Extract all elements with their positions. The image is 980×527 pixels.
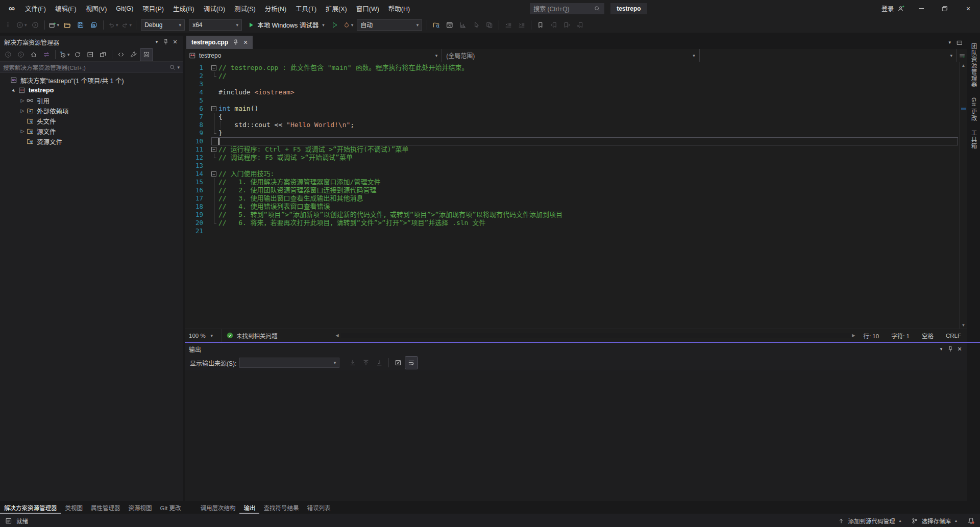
menu-d[interactable]: 调试(D) — [199, 0, 230, 17]
autohide-tab-team-explorer[interactable]: 团队资源管理器 — [970, 39, 978, 93]
line-number[interactable]: 13 — [185, 162, 210, 170]
save-file-button[interactable] — [75, 19, 87, 31]
code-line-13[interactable]: 13 — [185, 162, 959, 170]
autohide-tab-git-changes[interactable]: Git 更改 — [970, 93, 978, 126]
menu-n[interactable]: 分析(N) — [260, 0, 291, 17]
window-layout-button[interactable] — [444, 19, 456, 31]
line-number[interactable]: 16 — [185, 186, 210, 194]
menu-b[interactable]: 生成(B) — [168, 0, 199, 17]
sign-in-button[interactable]: 登录 — [876, 4, 910, 13]
line-number[interactable]: 6 — [185, 105, 210, 113]
toggle-word-wrap-button[interactable] — [405, 357, 418, 369]
background-tasks-icon[interactable] — [5, 517, 12, 524]
code-line-11[interactable]: 11−// 运行程序: Ctrl + F5 或调试 >“开始执行(不调试)”菜单 — [185, 145, 959, 154]
horizontal-scrollbar[interactable]: ◀ ▶ — [334, 329, 857, 342]
code-line-7[interactable]: 7{ — [185, 113, 959, 121]
clear-all-output-button[interactable] — [392, 357, 404, 369]
menu-t[interactable]: 工具(T) — [291, 0, 321, 17]
next-message-button[interactable] — [373, 357, 385, 369]
fold-collapse-icon[interactable]: − — [210, 170, 218, 178]
redo-button[interactable]: ▾ — [120, 19, 133, 31]
next-bookmark-button[interactable] — [561, 19, 573, 31]
toggle-bookmark-button[interactable] — [534, 19, 547, 31]
menu-e[interactable]: 编辑(E) — [51, 0, 81, 17]
code-line-1[interactable]: 1−// testrepo.cpp : 此文件包含 "main" 函数。程序执行… — [185, 64, 959, 72]
code-line-21[interactable]: 21 — [185, 227, 959, 235]
spaces-indicator[interactable]: 空格 — [916, 332, 940, 340]
find-in-files-button[interactable] — [430, 19, 443, 31]
line-number[interactable]: 9 — [185, 129, 210, 137]
tab-testrepo-cpp[interactable]: testrepo.cpp × — [186, 36, 253, 49]
locate-message-button[interactable] — [347, 357, 359, 369]
zoom-select[interactable]: 100 % ▾ — [185, 329, 222, 342]
close-icon[interactable]: × — [243, 39, 248, 46]
expand-arrow-icon[interactable]: ▷ — [18, 129, 27, 134]
start-without-debugging-button[interactable] — [329, 19, 341, 31]
show-all-files-button[interactable] — [140, 48, 153, 61]
project-dropdown[interactable]: ++ testrepo ▾ — [185, 49, 442, 62]
menu-h[interactable]: 帮助(H) — [384, 0, 414, 17]
menu-v[interactable]: 视图(V) — [81, 0, 112, 17]
view-code-button[interactable] — [115, 48, 127, 61]
menu-s[interactable]: 测试(S) — [230, 0, 260, 17]
home-scope-button[interactable] — [28, 48, 40, 61]
scroll-left-icon[interactable]: ◀ — [334, 333, 341, 338]
line-number[interactable]: 5 — [185, 96, 210, 105]
tree-item-header-files[interactable]: 头文件 — [0, 116, 183, 126]
navigate-forward-button[interactable] — [29, 19, 41, 31]
line-number[interactable]: 3 — [185, 80, 210, 88]
hot-reload-on-save-select[interactable]: 自动▾ — [357, 19, 422, 31]
inspect-element-button[interactable] — [470, 19, 482, 31]
member-dropdown[interactable]: ▾ — [700, 49, 957, 62]
panel-close-button[interactable]: × — [170, 37, 180, 46]
document-health-indicator[interactable]: 未找到相关问题 — [222, 332, 283, 340]
close-button[interactable]: × — [957, 0, 980, 17]
line-number[interactable]: 8 — [185, 121, 210, 129]
dock-tab-output[interactable]: 输出 — [239, 501, 259, 514]
menu-f[interactable]: 文件(F) — [20, 0, 51, 17]
menu-p[interactable]: 项目(P) — [138, 0, 168, 17]
tree-item-references[interactable]: ▷引用 — [0, 95, 183, 106]
solution-explorer-search-input[interactable]: 搜索解决方案资源管理器(Ctrl+;) ▾ — [0, 62, 183, 73]
explorer-forward-button[interactable] — [15, 48, 27, 61]
navigate-backward-button[interactable]: ▾ — [15, 19, 28, 31]
open-file-button[interactable] — [61, 19, 74, 31]
add-to-source-control-button[interactable]: 添加到源代码管理 ▴ — [838, 517, 901, 525]
menu-g[interactable]: Git(G) — [111, 0, 138, 17]
code-line-6[interactable]: 6−int main() — [185, 105, 959, 113]
dock-tab-find-symbol-results[interactable]: 查找符号结果 — [259, 501, 303, 514]
panel-pin-button[interactable] — [946, 344, 955, 354]
restore-button[interactable] — [933, 0, 957, 17]
properties-button[interactable] — [128, 48, 140, 61]
float-window-icon[interactable] — [956, 39, 963, 46]
code-line-17[interactable]: 17// 3. 使用输出窗口查看生成输出和其他消息 — [185, 194, 959, 203]
undo-button[interactable]: ▾ — [107, 19, 119, 31]
panel-options-button[interactable]: ▾ — [937, 344, 946, 354]
code-line-15[interactable]: 15// 1. 使用解决方案资源管理器窗口添加/管理文件 — [185, 178, 959, 186]
line-number[interactable]: 19 — [185, 211, 210, 219]
panel-close-button[interactable]: × — [955, 344, 964, 354]
dock-tab-solution-explorer[interactable]: 解决方案资源管理器 — [0, 501, 61, 514]
code-line-14[interactable]: 14−// 入门使用技巧: — [185, 170, 959, 178]
active-files-dropdown-icon[interactable]: ▾ — [948, 40, 951, 45]
line-number[interactable]: 20 — [185, 219, 210, 227]
previous-message-button[interactable] — [360, 357, 372, 369]
code-line-5[interactable]: 5 — [185, 96, 959, 105]
save-all-button[interactable] — [88, 19, 100, 31]
line-number[interactable]: 15 — [185, 178, 210, 186]
copy-structure-button[interactable] — [483, 19, 496, 31]
scope-dropdown[interactable]: (全局范围) ▾ — [442, 49, 699, 62]
tree-item-solution[interactable]: 解决方案"testrepo"(1 个项目/共 1 个) — [0, 75, 183, 85]
minimize-button[interactable] — [910, 0, 933, 17]
select-repository-button[interactable]: 选择存储库 ▴ — [911, 517, 957, 525]
code-line-4[interactable]: 4#include <iostream> — [185, 88, 959, 96]
vertical-scrollbar[interactable]: ▲ ▼ — [959, 62, 967, 329]
navbar-expand-button[interactable] — [957, 49, 967, 62]
expand-arrow-icon[interactable]: ▷ — [18, 98, 27, 103]
line-number[interactable]: 18 — [185, 203, 210, 211]
panel-pin-button[interactable] — [161, 37, 170, 46]
collapse-all-button[interactable] — [84, 48, 96, 61]
code-line-18[interactable]: 18// 4. 使用错误列表窗口查看错误 — [185, 203, 959, 211]
dock-tab-error-list[interactable]: 错误列表 — [303, 501, 334, 514]
line-indicator[interactable]: 行: 10 — [857, 332, 885, 340]
